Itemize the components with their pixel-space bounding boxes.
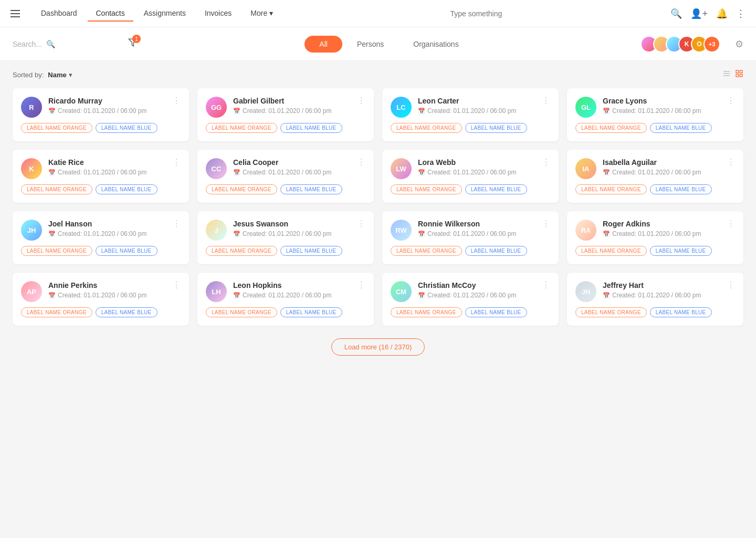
contact-name: Joel Hanson — [48, 220, 166, 228]
nav-invoices[interactable]: Invoices — [196, 6, 240, 22]
card-header: CM Christian McCoy 📅 Created: 01.01.2020… — [391, 281, 550, 302]
card-menu-button[interactable]: ⋮ — [542, 281, 550, 289]
card-menu-button[interactable]: ⋮ — [542, 97, 550, 105]
contact-name: Leon Carter — [418, 97, 536, 105]
card-menu-button[interactable]: ⋮ — [172, 281, 181, 289]
contact-avatar: AP — [21, 281, 42, 302]
label-blue: LABEL NAME BLUE — [650, 246, 712, 256]
nav-contacts[interactable]: Contacts — [88, 6, 133, 22]
label-orange: LABEL NAME ORANGE — [575, 184, 647, 194]
contact-date: 📅 Created: 01.01.2020 / 06:00 pm — [418, 230, 536, 237]
card-menu-button[interactable]: ⋮ — [172, 158, 181, 167]
contact-card: CM Christian McCoy 📅 Created: 01.01.2020… — [382, 273, 559, 326]
filter-badge: 1 — [132, 35, 141, 43]
contact-card: R Ricardo Murray 📅 Created: 01.01.2020 /… — [13, 88, 189, 141]
label-orange: LABEL NAME ORANGE — [575, 307, 647, 317]
card-info: Roger Adkins 📅 Created: 01.01.2020 / 06:… — [603, 220, 720, 237]
card-labels: LABEL NAME ORANGE LABEL NAME BLUE — [206, 307, 365, 317]
search-icon-small[interactable]: 🔍 — [46, 40, 55, 48]
add-user-icon[interactable]: 👤+ — [690, 8, 708, 19]
global-search[interactable] — [281, 9, 670, 18]
card-info: Katie Rice 📅 Created: 01.01.2020 / 06:00… — [48, 158, 166, 176]
nav-more[interactable]: More ▾ — [242, 6, 281, 22]
card-menu-button[interactable]: ⋮ — [357, 158, 365, 167]
card-menu-button[interactable]: ⋮ — [357, 97, 365, 105]
card-info: Celia Cooper 📅 Created: 01.01.2020 / 06:… — [233, 158, 351, 176]
contact-name: Grace Lyons — [603, 97, 720, 105]
sort-by-selector[interactable]: Sorted by: Name ▾ — [13, 71, 72, 79]
tab-persons[interactable]: Persons — [342, 36, 398, 53]
search-icon[interactable]: 🔍 — [670, 8, 682, 19]
contact-date: 📅 Created: 01.01.2020 / 06:00 pm — [48, 107, 166, 115]
card-menu-button[interactable]: ⋮ — [727, 220, 735, 228]
contact-avatar: CC — [206, 158, 227, 179]
global-search-input[interactable] — [418, 9, 534, 18]
contact-name: Isabella Aguilar — [603, 158, 720, 167]
load-more-button[interactable]: Load more (16 / 2370) — [331, 338, 425, 356]
card-menu-button[interactable]: ⋮ — [542, 220, 550, 228]
card-menu-button[interactable]: ⋮ — [727, 97, 735, 105]
card-menu-button[interactable]: ⋮ — [727, 158, 735, 167]
card-labels: LABEL NAME ORANGE LABEL NAME BLUE — [21, 184, 181, 194]
card-labels: LABEL NAME ORANGE LABEL NAME BLUE — [391, 184, 550, 194]
card-labels: LABEL NAME ORANGE LABEL NAME BLUE — [391, 246, 550, 256]
calendar-icon: 📅 — [233, 231, 240, 237]
tab-organisations[interactable]: Organisations — [398, 36, 473, 53]
contact-avatar: K — [21, 158, 42, 179]
contact-avatar: GL — [575, 97, 596, 118]
contact-card: LH Leon Hopkins 📅 Created: 01.01.2020 / … — [197, 273, 374, 326]
card-header: R Ricardo Murray 📅 Created: 01.01.2020 /… — [21, 97, 181, 118]
contact-card: RA Roger Adkins 📅 Created: 01.01.2020 / … — [567, 211, 743, 264]
contact-avatar: R — [21, 97, 42, 118]
card-menu-button[interactable]: ⋮ — [542, 158, 550, 167]
card-header: LH Leon Hopkins 📅 Created: 01.01.2020 / … — [206, 281, 365, 302]
card-header: AP Annie Perkins 📅 Created: 01.01.2020 /… — [21, 281, 181, 302]
card-labels: LABEL NAME ORANGE LABEL NAME BLUE — [206, 184, 365, 194]
card-menu-button[interactable]: ⋮ — [357, 220, 365, 228]
card-header: GL Grace Lyons 📅 Created: 01.01.2020 / 0… — [575, 97, 735, 118]
contact-name: Roger Adkins — [603, 220, 720, 228]
calendar-icon: 📅 — [603, 108, 610, 115]
hamburger-menu[interactable] — [10, 10, 20, 17]
label-blue: LABEL NAME BLUE — [650, 184, 712, 194]
contact-date: 📅 Created: 01.01.2020 / 06:00 pm — [603, 107, 720, 115]
card-header: K Katie Rice 📅 Created: 01.01.2020 / 06:… — [21, 158, 181, 179]
card-menu-button[interactable]: ⋮ — [172, 220, 181, 228]
card-menu-button[interactable]: ⋮ — [727, 281, 735, 289]
contact-avatar: GG — [206, 97, 227, 118]
contact-name: Jesus Swanson — [233, 220, 351, 228]
contact-avatar: J — [206, 220, 227, 241]
card-info: Isabella Aguilar 📅 Created: 01.01.2020 /… — [603, 158, 720, 176]
card-header: CC Celia Cooper 📅 Created: 01.01.2020 / … — [206, 158, 365, 179]
bell-icon[interactable]: 🔔 — [716, 8, 728, 19]
card-menu-button[interactable]: ⋮ — [172, 97, 181, 105]
contact-search-box[interactable]: Search... 🔍 — [13, 40, 118, 48]
card-header: RW Ronnie Wilkerson 📅 Created: 01.01.202… — [391, 220, 550, 241]
list-view-toggle[interactable] — [722, 69, 731, 80]
contact-name: Katie Rice — [48, 158, 166, 167]
settings-icon[interactable]: ⚙ — [735, 38, 743, 50]
card-info: Joel Hanson 📅 Created: 01.01.2020 / 06:0… — [48, 220, 166, 237]
contact-date: 📅 Created: 01.01.2020 / 06:00 pm — [233, 292, 351, 299]
label-orange: LABEL NAME ORANGE — [206, 307, 277, 317]
label-orange: LABEL NAME ORANGE — [21, 246, 92, 256]
grid-view-toggle[interactable] — [735, 69, 743, 80]
label-blue: LABEL NAME BLUE — [465, 184, 527, 194]
search-placeholder-text: Search... — [13, 40, 42, 48]
label-blue: LABEL NAME BLUE — [280, 246, 342, 256]
contact-card: K Katie Rice 📅 Created: 01.01.2020 / 06:… — [13, 150, 189, 203]
card-labels: LABEL NAME ORANGE LABEL NAME BLUE — [206, 123, 365, 133]
card-info: Leon Carter 📅 Created: 01.01.2020 / 06:0… — [418, 97, 536, 115]
contact-name: Christian McCoy — [418, 281, 536, 289]
sort-row: Sorted by: Name ▾ — [13, 69, 743, 80]
filter-button[interactable]: 1 — [128, 38, 138, 50]
svg-rect-4 — [736, 70, 739, 73]
calendar-icon: 📅 — [418, 108, 425, 115]
more-icon[interactable]: ⋮ — [736, 8, 746, 19]
main-content: Sorted by: Name ▾ R Ricardo — [0, 61, 756, 377]
tab-all[interactable]: All — [304, 36, 342, 53]
card-header: RA Roger Adkins 📅 Created: 01.01.2020 / … — [575, 220, 735, 241]
nav-dashboard[interactable]: Dashboard — [33, 6, 86, 22]
nav-assignments[interactable]: Assignments — [135, 6, 194, 22]
card-menu-button[interactable]: ⋮ — [357, 281, 365, 289]
